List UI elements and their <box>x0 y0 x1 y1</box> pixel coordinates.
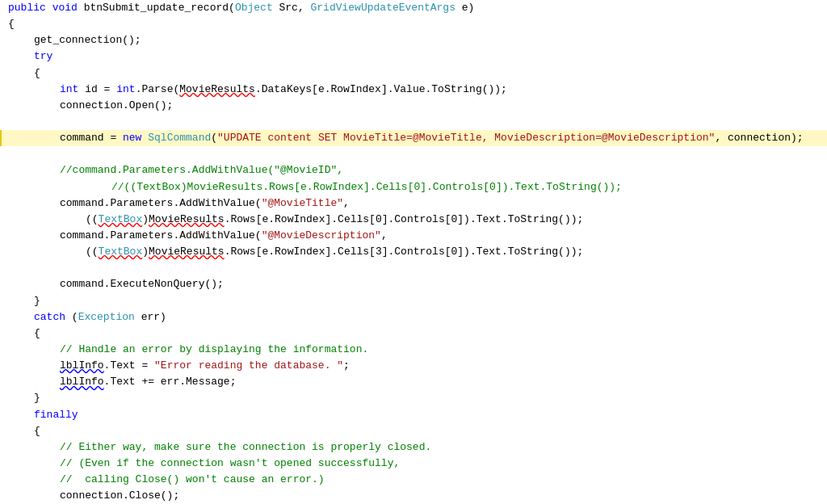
code-editor: public void btnSubmit_update_record(Obje… <box>0 0 827 504</box>
lblinfo-ref1: lblInfo <box>60 358 104 374</box>
code-line: ((TextBox)MovieResults.Rows[e.RowIndex].… <box>0 244 827 260</box>
comment: //command.Parameters.AddWithValue("@Movi… <box>60 162 343 178</box>
code-line <box>0 260 827 276</box>
code-line: // Handle an error by displaying the inf… <box>0 342 827 358</box>
type-param: Object <box>235 0 273 16</box>
keyword-new: new <box>123 130 141 146</box>
code-line: lblInfo.Text = "Error reading the databa… <box>0 358 827 374</box>
code-line: connection.Close(); <box>0 488 827 504</box>
code-line: { <box>0 65 827 82</box>
code-line: //((TextBox)MovieResults.Rows[e.RowIndex… <box>0 179 827 195</box>
type-textbox2: TextBox <box>99 244 143 260</box>
code-line: get_connection(); <box>0 32 827 48</box>
code-line: catch (Exception err) <box>0 309 827 326</box>
type-exception: Exception <box>78 309 135 326</box>
keyword-finally: finally <box>34 407 78 423</box>
squiggle-movieresults3: MovieResults <box>149 244 225 260</box>
code-line: } <box>0 293 827 309</box>
type-textbox1: TextBox <box>99 212 143 228</box>
code-line: //command.Parameters.AddWithValue("@Movi… <box>0 162 827 178</box>
code-line: // calling Close() won't cause an error.… <box>0 472 827 488</box>
code-line-highlighted: command = new SqlCommand("UPDATE content… <box>0 130 827 146</box>
code-line: command.Parameters.AddWithValue("@MovieT… <box>0 195 827 212</box>
code-line: public void btnSubmit_update_record(Obje… <box>0 0 827 16</box>
keyword-try: try <box>34 48 52 65</box>
squiggle-movieresults2: MovieResults <box>149 212 225 228</box>
comment-calling: // calling Close() won't cause an error.… <box>60 472 325 488</box>
keyword-int2: int <box>116 82 135 98</box>
type-param2: GridViewUpdateEventArgs <box>311 0 455 16</box>
keyword: void <box>52 0 78 16</box>
comment-eitherway: // Either way, make sure the connection … <box>60 439 431 456</box>
code-line: lblInfo.Text += err.Message; <box>0 374 827 390</box>
code-line: // Either way, make sure the connection … <box>0 439 827 456</box>
comment: //((TextBox)MovieResults.Rows[e.RowIndex… <box>111 179 622 195</box>
string-movietitle: "@MovieTitle" <box>262 195 343 212</box>
code-line <box>0 146 827 162</box>
comment-evenif: // (Even if the connection wasn't opened… <box>60 456 400 472</box>
keyword-int: int <box>60 82 78 98</box>
comment-handle-error: // Handle an error by displaying the inf… <box>60 342 368 358</box>
squiggle-movieresults: MovieResults <box>179 82 255 98</box>
code-line: { <box>0 16 827 32</box>
string-error: "Error reading the database. " <box>154 358 343 374</box>
code-line: } <box>0 390 827 406</box>
code-line: command.Parameters.AddWithValue("@MovieD… <box>0 228 827 244</box>
string-moviedesc: "@MovieDescription" <box>262 228 381 244</box>
code-line <box>0 114 827 130</box>
lblinfo-ref2: lblInfo <box>60 374 104 390</box>
type-sqlcommand: SqlCommand <box>148 130 211 146</box>
code-line: connection.Open(); <box>0 98 827 114</box>
code-line: finally <box>0 407 827 423</box>
string-literal: "UPDATE content SET MovieTitle=@MovieTit… <box>217 130 715 146</box>
code-line: // (Even if the connection wasn't opened… <box>0 456 827 472</box>
code-line: command.ExecuteNonQuery(); <box>0 276 827 292</box>
code-line: { <box>0 423 827 439</box>
keyword: public <box>8 0 46 16</box>
code-line: try <box>0 48 827 65</box>
code-line: ((TextBox)MovieResults.Rows[e.RowIndex].… <box>0 212 827 228</box>
code-line: { <box>0 326 827 342</box>
code-line: int id = int.Parse(MovieResults.DataKeys… <box>0 82 827 98</box>
keyword-catch: catch <box>34 309 65 326</box>
